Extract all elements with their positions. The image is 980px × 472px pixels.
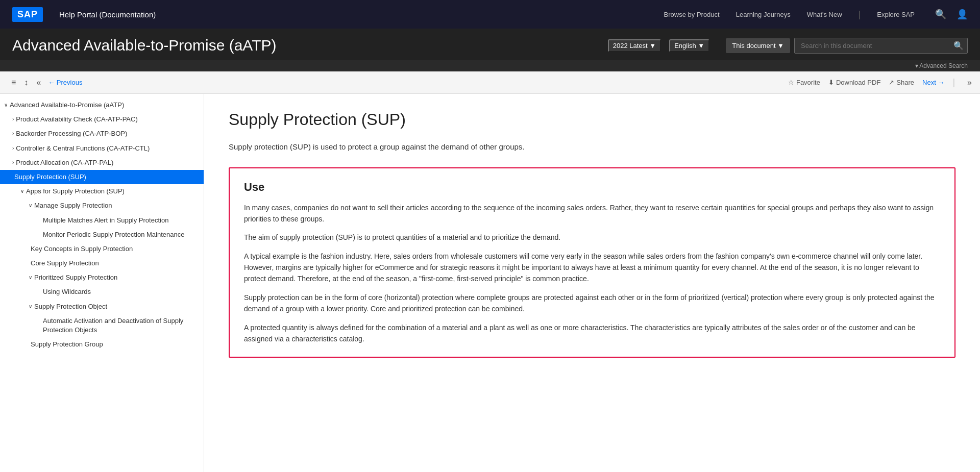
sidebar-item-monitor-periodic[interactable]: Monitor Periodic Supply Protection Maint… [0, 228, 204, 242]
sidebar-item-label: Key Concepts in Supply Protection [31, 244, 200, 254]
share-button[interactable]: ↗ Share [889, 79, 914, 86]
share-icon: ↗ [889, 79, 894, 86]
use-paragraph-5: A protected quantity is always defined f… [244, 322, 940, 345]
portal-title: Help Portal (Documentation) [59, 10, 156, 19]
sidebar-item-auto-activation[interactable]: Automatic Activation and Deactivation of… [0, 314, 204, 337]
download-icon: ⬇ [828, 79, 834, 86]
use-paragraph-4: Supply protection can be in the form of … [244, 292, 940, 315]
sidebar-item-multiple-matches[interactable]: Multiple Matches Alert in Supply Protect… [0, 213, 204, 228]
nav-browse-by-product[interactable]: Browse by Product [664, 11, 720, 18]
sidebar-item-label: Advanced Available-to-Promise (aATP) [10, 101, 200, 110]
star-icon: ☆ [788, 79, 794, 86]
search-wrapper: 🔍 [794, 38, 968, 54]
collapse-sidebar-button[interactable]: » [967, 78, 972, 87]
sidebar-item-sup[interactable]: Supply Protection (SUP) [0, 170, 204, 184]
language-selector[interactable]: English ▼ [669, 39, 709, 52]
user-icon[interactable]: 👤 [957, 9, 968, 20]
content-area: Supply Protection (SUP) Supply protectio… [204, 94, 980, 472]
sidebar-item-prioritized-sup[interactable]: ∨ Prioritized Supply Protection [0, 270, 204, 285]
top-navigation: SAP Help Portal (Documentation) Browse b… [0, 0, 980, 29]
sidebar-item-aatp-root[interactable]: ∨ Advanced Available-to-Promise (aATP) [0, 98, 204, 112]
main-layout: ∨ Advanced Available-to-Promise (aATP) ›… [0, 94, 980, 472]
use-heading: Use [244, 181, 940, 194]
chevron-down-icon: ∨ [29, 274, 32, 281]
sidebar-item-label: Automatic Activation and Deactivation of… [43, 316, 200, 335]
chevron-down-icon: ∨ [29, 303, 32, 310]
version-selector[interactable]: 2022 Latest ▼ [608, 39, 661, 52]
sidebar-item-label: Prioritized Supply Protection [34, 273, 200, 282]
header-band: Advanced Available-to-Promise (aATP) 202… [0, 29, 980, 60]
sidebar-item-apps-sup[interactable]: ∨ Apps for Supply Protection (SUP) [0, 184, 204, 198]
chevron-down-icon: ∨ [29, 202, 32, 209]
search-icon[interactable]: 🔍 [935, 9, 946, 20]
sidebar: ∨ Advanced Available-to-Promise (aATP) ›… [0, 94, 204, 472]
sidebar-item-manage-sup[interactable]: ∨ Manage Supply Protection [0, 198, 204, 213]
sidebar-item-key-concepts[interactable]: Key Concepts in Supply Protection [0, 242, 204, 256]
sidebar-item-label: Manage Supply Protection [34, 201, 200, 210]
sidebar-item-label: Monitor Periodic Supply Protection Maint… [43, 230, 200, 239]
sidebar-item-label: Core Supply Protection [31, 259, 200, 268]
sidebar-item-using-wildcards[interactable]: Using Wildcards [0, 285, 204, 299]
sidebar-item-bop[interactable]: › Backorder Processing (CA-ATP-BOP) [0, 127, 204, 141]
download-pdf-button[interactable]: ⬇ Download PDF [828, 79, 880, 86]
sidebar-item-pac[interactable]: › Product Availability Check (CA-ATP-PAC… [0, 112, 204, 127]
toolbar: ≡ ↕ « ← Previous ☆ Favorite ⬇ Download P… [0, 71, 980, 94]
nav-whats-new[interactable]: What's New [807, 11, 842, 18]
toolbar-divider: | [952, 77, 955, 88]
collapse-left-button[interactable]: « [33, 76, 44, 89]
chevron-right-icon: › [12, 130, 14, 137]
page-title: Advanced Available-to-Promise (aATP) [12, 37, 600, 54]
favorite-button[interactable]: ☆ Favorite [788, 79, 820, 86]
sidebar-item-sup-object[interactable]: ∨ Supply Protection Object [0, 300, 204, 314]
previous-button[interactable]: ← Previous [48, 79, 82, 86]
sap-logo: SAP [12, 7, 43, 22]
chevron-right-icon: › [12, 116, 14, 123]
sidebar-item-label: Supply Protection Object [34, 302, 200, 311]
nav-links: Browse by Product Learning Journeys What… [664, 9, 915, 20]
sidebar-item-label: Controller & Central Functions (CA-ATP-C… [16, 144, 200, 153]
search-submit-button[interactable]: 🔍 [953, 41, 964, 51]
use-paragraph-2: The aim of supply protection (SUP) is to… [244, 232, 940, 243]
search-input[interactable] [794, 38, 968, 54]
nav-explore-sap[interactable]: Explore SAP [877, 11, 915, 18]
toolbar-left-group: ≡ ↕ « [8, 76, 44, 89]
sidebar-item-core-sup[interactable]: Core Supply Protection [0, 256, 204, 270]
sort-list-button[interactable]: ≡ [8, 76, 19, 89]
nav-divider: | [859, 9, 861, 20]
this-document-button[interactable]: This document ▼ [726, 38, 790, 53]
chevron-right-icon: › [12, 159, 14, 166]
toolbar-right-group: ☆ Favorite ⬇ Download PDF ↗ Share Next →… [788, 77, 972, 88]
sidebar-item-ctl[interactable]: › Controller & Central Functions (CA-ATP… [0, 141, 204, 156]
nav-learning-journeys[interactable]: Learning Journeys [736, 11, 791, 18]
sort-order-button[interactable]: ↕ [21, 76, 31, 89]
use-paragraph-3: A typical example is the fashion industr… [244, 251, 940, 285]
sidebar-item-label: Supply Protection Group [31, 340, 200, 349]
sidebar-item-label: Product Availability Check (CA-ATP-PAC) [16, 115, 200, 124]
search-area: This document ▼ 🔍 [726, 38, 968, 54]
sidebar-item-sup-group[interactable]: Supply Protection Group [0, 337, 204, 352]
use-paragraph-1: In many cases, companies do not want to … [244, 202, 940, 225]
sidebar-item-label: Apps for Supply Protection (SUP) [26, 187, 200, 196]
chevron-right-icon: › [12, 145, 14, 152]
sidebar-item-label: Backorder Processing (CA-ATP-BOP) [16, 129, 200, 138]
sidebar-item-label: Supply Protection (SUP) [14, 172, 200, 182]
content-title: Supply Protection (SUP) [229, 110, 955, 129]
sidebar-item-label: Using Wildcards [43, 287, 200, 296]
use-section: Use In many cases, companies do not want… [229, 167, 955, 358]
sidebar-item-label: Product Allocation (CA-ATP-PAL) [16, 158, 200, 167]
advanced-search-row[interactable]: ▾ Advanced Search [0, 60, 980, 71]
sidebar-item-label: Multiple Matches Alert in Supply Protect… [43, 216, 200, 225]
nav-icon-group: 🔍 👤 [935, 9, 968, 20]
content-intro: Supply protection (SUP) is used to prote… [229, 141, 955, 153]
chevron-down-icon: ∨ [20, 188, 24, 195]
chevron-down-icon: ∨ [4, 102, 8, 109]
next-button[interactable]: Next → [922, 79, 944, 86]
sidebar-item-pal[interactable]: › Product Allocation (CA-ATP-PAL) [0, 156, 204, 170]
